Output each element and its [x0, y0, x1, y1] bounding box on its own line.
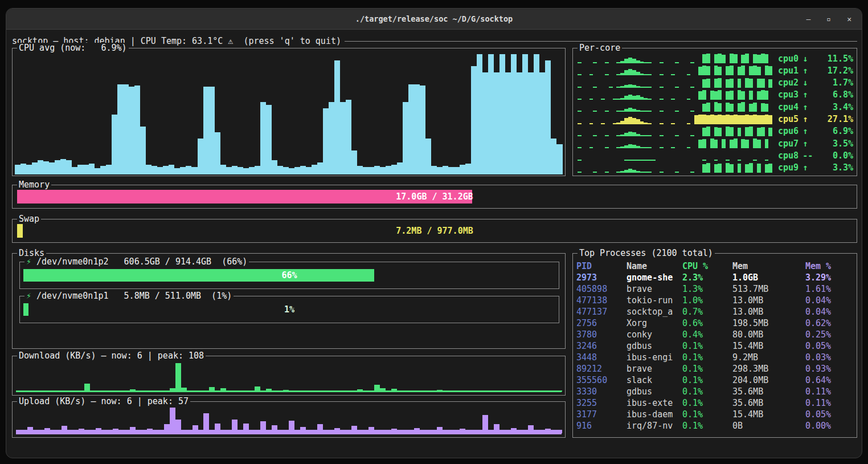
- process-row[interactable]: 916irq/87-nv0.1%0B0.00%: [576, 420, 854, 432]
- process-row[interactable]: 2756Xorg0.6%198.5MB0.62%: [576, 318, 854, 329]
- cpu9-sparkline: [578, 163, 772, 173]
- core-row-cpu2: cpu2↓1.7%: [578, 78, 853, 88]
- disk-nvme0n1p2-title: ⚡ /dev/nvme0n1p2 606.5GB / 914.4GB (66%): [24, 257, 249, 267]
- swap-panel: Swap 7.2MB / 977.0MB7.2MB / 977.0MB: [12, 219, 857, 243]
- core-row-cpu1: cpu1↑17.2%: [578, 65, 853, 76]
- minimize-button[interactable]: –: [806, 15, 811, 23]
- core-row-cpu0: cpu0↓11.5%: [578, 53, 853, 64]
- cpu8-sparkline: [578, 151, 772, 161]
- core-row-cpu3: cpu3↑6.8%: [578, 89, 853, 100]
- disk-icon: ⚡: [26, 291, 31, 301]
- app-header: socktop — host: debian | CPU Temp: 63.1°…: [12, 35, 857, 47]
- cpu-avg-panel: CPU avg (now: 6.9%): [12, 48, 566, 176]
- swap-title: Swap: [17, 214, 41, 224]
- process-row[interactable]: 355560slack0.1%204.0MB0.64%: [576, 375, 854, 386]
- process-row[interactable]: 405898brave1.3%513.7MB1.61%: [576, 283, 854, 295]
- cpu0-sparkline: [578, 54, 772, 63]
- header-rule: [345, 41, 857, 42]
- upload-title: Upload (KB/s) — now: 6 | peak: 57: [17, 396, 190, 406]
- core-row-cpu4: cpu4↑3.4%: [578, 101, 853, 112]
- memory-panel: Memory 17.0GB / 31.2GB17.0GB / 31.2GB: [12, 185, 857, 209]
- terminal-window: ./target/release/soc ~/D/G/socktop – ▫ ✕…: [6, 8, 862, 458]
- core-row-cpu6: cpu6↑6.9%: [578, 126, 853, 137]
- top-processes-panel: Top Processes (2100 total) PIDNameCPU %M…: [572, 253, 857, 438]
- download-title: Download (KB/s) — now: 6 | peak: 108: [17, 351, 206, 361]
- desktop-background: ./target/release/soc ~/D/G/socktop – ▫ ✕…: [0, 0, 868, 464]
- process-table-header: PIDNameCPU %MemMem %: [576, 261, 854, 272]
- cpu6-sparkline: [578, 127, 772, 136]
- window-controls: – ▫ ✕: [806, 9, 851, 29]
- cpu7-label: cpu7↑3.5%: [778, 139, 853, 149]
- process-row[interactable]: 3246gdbus0.1%15.4MB0.05%: [576, 340, 854, 352]
- per-core-title: Per-core: [578, 43, 622, 53]
- process-row[interactable]: 477137socktop_a0.7%13.0MB0.04%: [576, 306, 854, 318]
- core-row-cpu5: cpu5↑27.1%: [578, 114, 853, 125]
- maximize-button[interactable]: ▫: [826, 15, 831, 23]
- disk-nvme0n1p1-title: ⚡ /dev/nvme0n1p1 5.8MB / 511.0MB (1%): [24, 291, 234, 301]
- disk-icon: ⚡: [26, 257, 31, 267]
- download-panel: Download (KB/s) — now: 6 | peak: 108: [12, 356, 566, 396]
- memory-title: Memory: [17, 180, 51, 190]
- process-row[interactable]: 477138tokio-run1.0%13.0MB0.04%: [576, 295, 854, 306]
- cpu7-sparkline: [578, 139, 772, 148]
- disk-nvme0n1p2-gauge: 66%66%: [23, 269, 555, 282]
- core-row-cpu7: cpu7↑3.5%: [578, 138, 853, 149]
- cpu2-label: cpu2↓1.7%: [778, 78, 853, 88]
- process-row[interactable]: 3255ibus-exte0.1%35.6MB0.11%: [576, 397, 854, 409]
- memory-gauge: 17.0GB / 31.2GB17.0GB / 31.2GB: [17, 190, 852, 203]
- cpu0-label: cpu0↓11.5%: [778, 54, 853, 64]
- window-title: ./target/release/soc ~/D/G/socktop: [355, 14, 513, 23]
- cpu1-sparkline: [578, 66, 772, 75]
- upload-panel: Upload (KB/s) — now: 6 | peak: 57: [12, 401, 566, 438]
- process-row[interactable]: 3448ibus-engi0.1%9.2MB0.03%: [576, 352, 854, 363]
- cpu-avg-chart: [15, 54, 563, 174]
- cpu-avg-title: CPU avg (now: 6.9%): [17, 43, 129, 53]
- disk-nvme0n1p1-gauge: 1%1%: [23, 303, 555, 316]
- process-row[interactable]: 3330gdbus0.1%35.6MB0.11%: [576, 386, 854, 397]
- cpu4-sparkline: [578, 102, 772, 112]
- process-table: PIDNameCPU %MemMem %2973gnome-she2.3%1.0…: [576, 261, 854, 432]
- process-row[interactable]: 3177ibus-daem0.1%15.4MB0.05%: [576, 409, 854, 420]
- disks-panel: Disks ⚡ /dev/nvme0n1p2 606.5GB / 914.4GB…: [12, 253, 566, 349]
- disk-nvme0n1p1-panel: ⚡ /dev/nvme0n1p1 5.8MB / 511.0MB (1%) 1%…: [19, 296, 559, 323]
- process-row[interactable]: 89212brave0.1%298.3MB0.93%: [576, 363, 854, 375]
- cpu8-label: cpu8--0.0%: [778, 150, 853, 161]
- cpu2-sparkline: [578, 78, 772, 88]
- cpu4-label: cpu4↑3.4%: [778, 102, 853, 112]
- cpu6-label: cpu6↑6.9%: [778, 126, 853, 136]
- top-processes-title: Top Processes (2100 total): [578, 248, 715, 258]
- core-row-cpu8: cpu8--0.0%: [578, 150, 853, 161]
- per-core-panel: Per-core cpu0↓11.5%cpu1↑17.2%cpu2↓1.7%cp…: [572, 48, 857, 176]
- window-titlebar[interactable]: ./target/release/soc ~/D/G/socktop – ▫ ✕: [6, 9, 862, 30]
- cpu5-label: cpu5↑27.1%: [778, 114, 853, 124]
- swap-gauge: 7.2MB / 977.0MB7.2MB / 977.0MB: [17, 224, 852, 238]
- terminal-content: socktop — host: debian | CPU Temp: 63.1°…: [6, 30, 862, 458]
- process-row[interactable]: 3780conky0.4%80.0MB0.25%: [576, 329, 854, 340]
- per-core-rows: cpu0↓11.5%cpu1↑17.2%cpu2↓1.7%cpu3↑6.8%cp…: [578, 53, 853, 173]
- upload-chart: [16, 408, 562, 434]
- download-chart: [16, 363, 562, 392]
- process-row[interactable]: 2973gnome-she2.3%1.0GB3.29%: [576, 272, 854, 283]
- disk-nvme0n1p2-panel: ⚡ /dev/nvme0n1p2 606.5GB / 914.4GB (66%)…: [19, 262, 559, 289]
- cpu5-sparkline: [578, 115, 772, 124]
- cpu3-sparkline: [578, 90, 772, 100]
- core-row-cpu9: cpu9↑3.3%: [578, 162, 853, 173]
- cpu3-label: cpu3↑6.8%: [778, 89, 853, 100]
- cpu1-label: cpu1↑17.2%: [778, 66, 853, 76]
- close-button[interactable]: ✕: [847, 15, 851, 23]
- cpu9-label: cpu9↑3.3%: [778, 162, 853, 173]
